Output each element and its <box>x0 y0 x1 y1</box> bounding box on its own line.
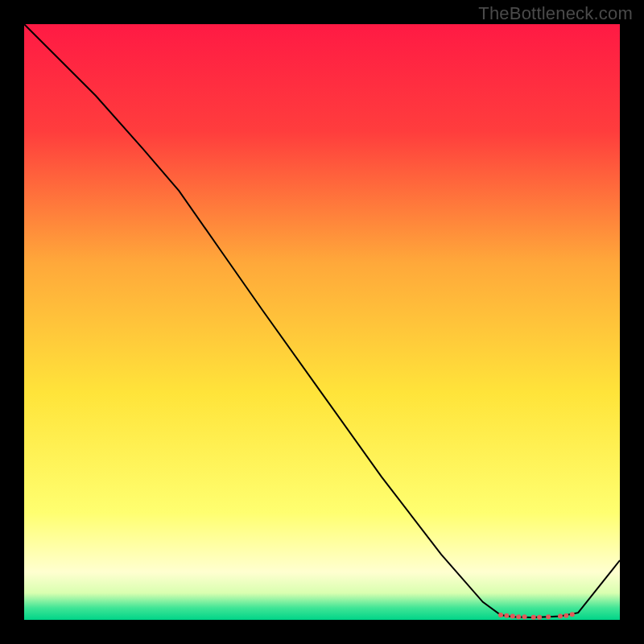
plot-frame <box>24 24 620 620</box>
optimal-marker <box>498 613 503 617</box>
chart-svg <box>24 24 620 620</box>
optimal-marker <box>570 612 575 617</box>
optimal-marker <box>522 614 527 619</box>
optimal-marker <box>564 613 568 618</box>
optimal-marker <box>516 614 521 619</box>
optimal-marker <box>531 615 536 620</box>
watermark-text: TheBottleneck.com <box>478 3 633 24</box>
optimal-marker <box>558 614 563 619</box>
optimal-marker <box>537 615 542 620</box>
chart-background <box>24 24 620 620</box>
optimal-marker <box>510 614 515 619</box>
optimal-marker <box>546 614 551 619</box>
optimal-marker <box>504 613 509 618</box>
